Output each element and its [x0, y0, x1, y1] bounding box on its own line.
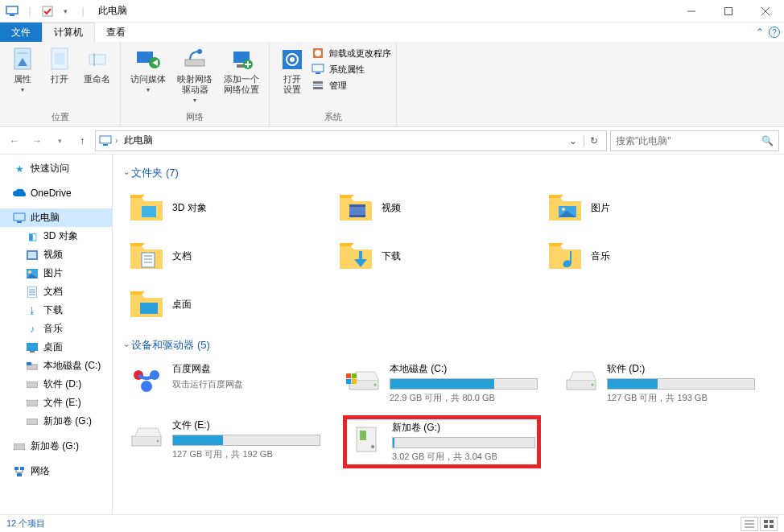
forward-button[interactable]: →: [27, 131, 47, 151]
sidebar-item-network[interactable]: 网络: [0, 462, 112, 480]
window-title: 此电脑: [95, 4, 127, 18]
folder-item[interactable]: 下载: [335, 235, 512, 277]
pc-small-icon: [312, 63, 324, 76]
drive-item[interactable]: 新加卷 (G:)3.02 GB 可用，共 3.04 GB: [343, 415, 541, 468]
svg-rect-56: [349, 215, 365, 217]
sidebar-item-desktop[interactable]: 桌面: [0, 338, 112, 357]
sidebar-item-pictures[interactable]: 图片: [0, 264, 112, 282]
svg-rect-86: [770, 525, 774, 528]
chevron-down-icon[interactable]: ▾: [58, 4, 72, 19]
folder-item[interactable]: 桌面: [126, 283, 303, 325]
drive-item[interactable]: 文件 (E:)127 GB 可用，共 192 GB: [126, 415, 324, 468]
svg-point-16: [197, 49, 202, 54]
folder-name: 桌面: [172, 298, 192, 311]
sidebar-item-drive-g2[interactable]: 新加卷 (G:): [0, 437, 112, 456]
minimize-button[interactable]: [673, 0, 710, 23]
drive-item[interactable]: 软件 (D:)127 GB 可用，共 193 GB: [560, 359, 758, 407]
manage-button[interactable]: 管理: [312, 79, 391, 92]
tab-file[interactable]: 文件: [0, 23, 42, 42]
uninstall-button[interactable]: 卸载或更改程序: [312, 47, 391, 60]
ribbon-group-network: 访问媒体 ▾ 映射网络驱动器 ▾ 添加一个网络位置 网络: [121, 42, 270, 126]
pc-icon: [99, 135, 112, 146]
svg-rect-52: [17, 473, 22, 476]
recent-button[interactable]: ▾: [50, 131, 69, 151]
close-button[interactable]: [747, 0, 784, 23]
properties-button[interactable]: 属性 ▾: [5, 45, 40, 95]
svg-point-74: [592, 384, 594, 386]
rename-icon: [85, 47, 110, 72]
folder-icon: [129, 287, 164, 322]
sidebar-item-3dobjects[interactable]: ◧3D 对象: [0, 227, 112, 245]
breadcrumb-thispc[interactable]: 此电脑: [121, 134, 156, 147]
svg-rect-4: [725, 7, 732, 14]
ribbon-collapse-button[interactable]: ⌃ ?: [752, 23, 784, 42]
tab-view[interactable]: 查看: [95, 23, 137, 42]
search-input[interactable]: [616, 135, 761, 146]
svg-rect-2: [43, 6, 52, 16]
maximize-button[interactable]: [710, 0, 747, 23]
address-dropdown[interactable]: ⌄: [566, 135, 580, 146]
ribbon: 属性 ▾ 打开 重命名 位置 访问媒体 ▾ 映射网络驱动器 ▾: [0, 42, 784, 127]
sidebar-item-drive-c[interactable]: 本地磁盘 (C:): [0, 357, 112, 375]
svg-rect-35: [28, 252, 36, 258]
drive-item[interactable]: 本地磁盘 (C:)22.9 GB 可用，共 80.0 GB: [343, 359, 541, 407]
chevron-right-icon[interactable]: ›: [115, 136, 118, 145]
tab-computer[interactable]: 计算机: [42, 23, 95, 42]
map-drive-button[interactable]: 映射网络驱动器 ▾: [172, 45, 217, 105]
folder-icon: [129, 238, 164, 274]
search-box[interactable]: 🔍: [610, 130, 779, 151]
checkbox-icon[interactable]: [40, 4, 55, 19]
folder-item[interactable]: 图片: [544, 187, 721, 229]
folder-item[interactable]: 文档: [126, 235, 303, 277]
system-properties-button[interactable]: 系统属性: [312, 63, 391, 76]
drive-icon: [129, 419, 164, 454]
svg-rect-85: [764, 525, 768, 528]
sidebar-item-downloads[interactable]: ⭳下载: [0, 301, 112, 320]
access-media-button[interactable]: 访问媒体 ▾: [126, 45, 171, 95]
uninstall-icon: [312, 47, 324, 60]
folder-item[interactable]: 音乐: [544, 235, 721, 277]
pc-icon: [5, 4, 19, 19]
folder-item[interactable]: 3D 对象: [126, 187, 303, 229]
svg-rect-48: [27, 419, 38, 425]
content-pane: ›文件夹 (7) 3D 对象视频图片文档下载音乐桌面 ›设备和驱动器 (5) 百…: [113, 155, 784, 514]
svg-point-37: [28, 270, 31, 274]
svg-rect-25: [312, 64, 324, 72]
svg-rect-59: [142, 253, 155, 267]
sidebar-item-onedrive[interactable]: OneDrive: [0, 184, 112, 202]
group-header-folders[interactable]: ›文件夹 (7): [126, 166, 771, 180]
svg-point-79: [371, 445, 374, 448]
folder-icon: [338, 190, 373, 225]
refresh-button[interactable]: ↻: [584, 135, 603, 146]
up-button[interactable]: ↑: [72, 131, 92, 151]
drive-icon: [346, 362, 382, 398]
drive-usage-text: 127 GB 可用，共 193 GB: [607, 392, 755, 404]
group-header-drives[interactable]: ›设备和驱动器 (5): [126, 338, 771, 353]
folder-name: 图片: [591, 201, 610, 215]
search-icon[interactable]: 🔍: [761, 135, 774, 146]
open-icon: [47, 47, 72, 72]
back-button[interactable]: ←: [5, 131, 24, 151]
tiles-view-button[interactable]: [760, 517, 778, 531]
open-button[interactable]: 打开: [42, 45, 77, 86]
folder-icon: [547, 190, 583, 225]
sidebar-item-thispc[interactable]: 此电脑: [0, 208, 112, 227]
drive-icon: [563, 362, 599, 398]
open-settings-button[interactable]: 打开设置: [274, 45, 310, 97]
sidebar-item-quick-access[interactable]: ★快速访问: [0, 159, 112, 178]
sidebar-item-videos[interactable]: 视频: [0, 245, 112, 264]
sidebar-item-drive-g[interactable]: 新加卷 (G:): [0, 412, 112, 431]
address-bar[interactable]: › 此电脑 ⌄ ↻: [95, 130, 607, 151]
details-view-button[interactable]: [741, 517, 758, 531]
rename-button[interactable]: 重命名: [79, 45, 115, 86]
folder-name: 视频: [382, 201, 401, 215]
sidebar-item-music[interactable]: ♪音乐: [0, 320, 112, 338]
drive-item[interactable]: 百度网盘双击运行百度网盘: [126, 359, 324, 407]
sidebar-item-drive-e[interactable]: 文件 (E:): [0, 394, 112, 412]
folder-item[interactable]: 视频: [335, 187, 512, 229]
add-network-location-button[interactable]: 添加一个网络位置: [219, 45, 264, 97]
svg-rect-78: [360, 431, 366, 440]
svg-rect-27: [313, 81, 323, 84]
sidebar-item-documents[interactable]: 文档: [0, 282, 112, 301]
sidebar-item-drive-d[interactable]: 软件 (D:): [0, 375, 112, 394]
